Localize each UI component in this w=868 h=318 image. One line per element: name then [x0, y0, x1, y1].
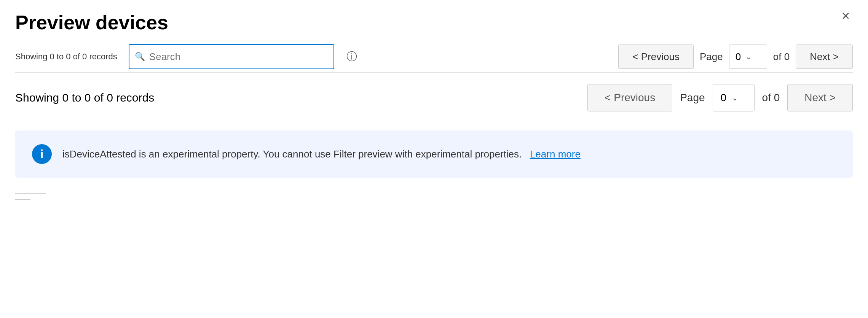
next-button-main[interactable]: Next >: [787, 84, 853, 111]
title-area: Preview devices ×: [0, 0, 868, 38]
search-input[interactable]: [129, 44, 334, 69]
page-dropdown-top[interactable]: 0 ⌄: [729, 45, 767, 69]
footer-area: [0, 185, 868, 207]
chevron-down-icon: ⌄: [745, 52, 752, 61]
page-label-top: Page: [700, 51, 723, 63]
page-container: Preview devices × Showing 0 to 0 of 0 re…: [0, 0, 868, 318]
main-content-row: Showing 0 to 0 of 0 records < Previous P…: [0, 73, 868, 123]
showing-text-top: Showing 0 to 0 of 0 records: [15, 52, 117, 62]
info-icon: ⓘ: [346, 51, 357, 62]
info-circle-icon: i: [32, 144, 52, 164]
showing-records-text: Showing 0 to 0 of 0 records: [15, 91, 154, 104]
info-banner: i isDeviceAttested is an experimental pr…: [15, 130, 853, 178]
main-page-label: Page: [680, 92, 705, 104]
footer-line-2: [15, 199, 30, 200]
footer-line-1: [15, 193, 46, 194]
close-button[interactable]: ×: [839, 8, 853, 24]
main-pagination: < Previous Page 0 ⌄ of 0 Next >: [587, 84, 853, 111]
main-chevron-down-icon: ⌄: [732, 93, 738, 102]
pagination-area-top: < Previous Page 0 ⌄ of 0 Next >: [618, 45, 853, 69]
search-container: 🔍: [129, 44, 334, 69]
main-page-dropdown[interactable]: 0 ⌄: [713, 84, 755, 111]
info-banner-message: isDeviceAttested is an experimental prop…: [62, 148, 522, 160]
previous-button-main[interactable]: < Previous: [587, 84, 672, 111]
main-of-label: of 0: [762, 92, 780, 104]
main-page-dropdown-value: 0: [721, 92, 727, 104]
next-button-top[interactable]: Next >: [796, 45, 853, 69]
page-title: Preview devices: [15, 11, 853, 34]
info-banner-text: isDeviceAttested is an experimental prop…: [62, 147, 581, 162]
learn-more-link[interactable]: Learn more: [530, 148, 581, 160]
page-dropdown-value-top: 0: [736, 51, 741, 63]
controls-row: Showing 0 to 0 of 0 records 🔍 ⓘ < Previo…: [0, 38, 868, 72]
info-icon-button[interactable]: ⓘ: [345, 48, 359, 65]
of-label-top: of 0: [773, 51, 790, 63]
previous-button-top[interactable]: < Previous: [618, 45, 694, 69]
